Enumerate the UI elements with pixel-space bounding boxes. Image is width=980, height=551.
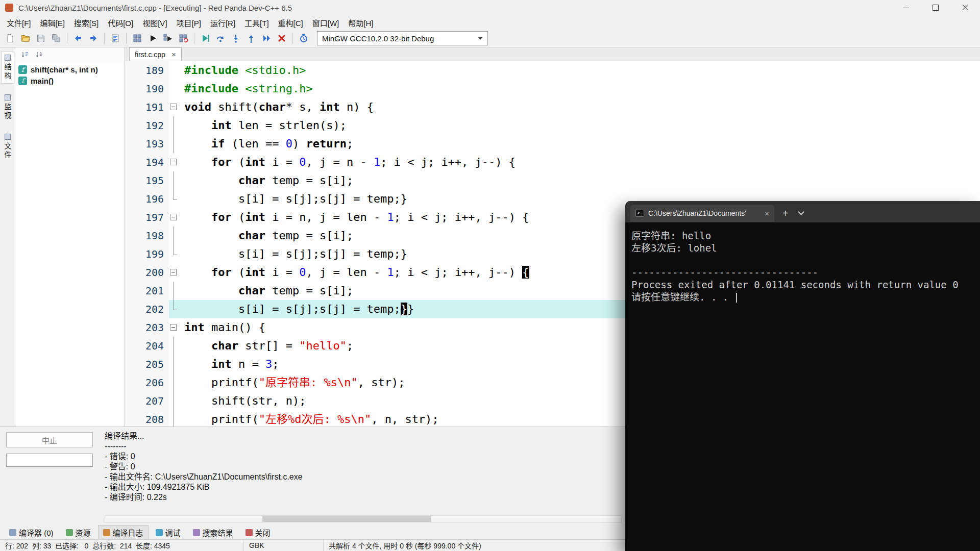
- compiler-set-select[interactable]: MinGW GCC10.2.0 32-bit Debug: [317, 31, 488, 45]
- menu-edit[interactable]: 编辑[E]: [36, 15, 69, 30]
- minimize-button[interactable]: [891, 0, 921, 15]
- code-line[interactable]: 194 for (int i = 0, j = n - 1; i < j; i+…: [125, 153, 980, 171]
- compile-run-button[interactable]: [161, 31, 175, 45]
- horizontal-scrollbar[interactable]: [105, 515, 622, 523]
- menu-tools[interactable]: 工具[T]: [240, 15, 274, 30]
- back-button[interactable]: [71, 31, 85, 45]
- tab-close-panel[interactable]: 关闭: [240, 525, 276, 540]
- new-file-button[interactable]: [3, 31, 17, 45]
- fold-marker[interactable]: [169, 153, 178, 171]
- step-into-button[interactable]: [229, 31, 243, 45]
- code-line[interactable]: 193 if (len == 0) return;: [125, 135, 980, 153]
- terminal-tab-bar: >_ C:\Users\ZhuanZ1\Documents' × +: [625, 201, 980, 222]
- side-tab-files[interactable]: 文件: [2, 131, 14, 162]
- class-browser-item[interactable]: fmain(): [18, 75, 121, 86]
- scrollbar-thumb[interactable]: [262, 516, 431, 522]
- fold-collapse-icon[interactable]: [170, 214, 177, 220]
- terminal-new-tab-button[interactable]: +: [782, 208, 789, 219]
- side-tab-label: 结构: [3, 63, 13, 81]
- line-number: 189: [125, 61, 169, 80]
- terminal-tab[interactable]: >_ C:\Users\ZhuanZ1\Documents' ×: [630, 205, 774, 222]
- code-line[interactable]: 192 int len = strlen(s);: [125, 116, 980, 135]
- line-number: 197: [125, 208, 169, 227]
- step-out-button[interactable]: [244, 31, 258, 45]
- save-button[interactable]: [34, 31, 48, 45]
- menu-run[interactable]: 运行[R]: [206, 15, 240, 30]
- code-line[interactable]: 191void shift(char* s, int n) {: [125, 98, 980, 116]
- window-title: C:\Users\ZhuanZ1\Documents\first.c.cpp -…: [18, 4, 292, 12]
- fold-collapse-icon[interactable]: [170, 104, 177, 110]
- code-text: #include <stdio.h>: [178, 61, 980, 80]
- fold-marker: [169, 116, 178, 135]
- fold-marker: [169, 355, 178, 373]
- fold-marker[interactable]: [169, 98, 178, 116]
- terminal-output[interactable]: 原字符串: hello左移3次后: lohel-----------------…: [625, 222, 980, 303]
- main-toolbar: MinGW GCC10.2.0 32-bit Debug: [0, 30, 980, 47]
- bottom-tab-label: 关闭: [255, 527, 271, 538]
- close-panel-icon: [246, 529, 253, 536]
- menu-help[interactable]: 帮助[H]: [344, 15, 378, 30]
- toolbar-separator: [67, 33, 67, 44]
- menu-view[interactable]: 视图[V]: [138, 15, 172, 30]
- fold-collapse-icon[interactable]: [170, 269, 177, 276]
- class-browser-item[interactable]: fshift(char* s, int n): [18, 64, 121, 75]
- side-tab-structure[interactable]: 结构: [1, 52, 14, 84]
- terminal-cursor: [736, 293, 737, 303]
- profiler-button[interactable]: [297, 31, 311, 45]
- fold-collapse-icon[interactable]: [170, 159, 177, 165]
- stop-execution-button[interactable]: [275, 31, 289, 45]
- run-button[interactable]: [145, 31, 160, 45]
- forward-button[interactable]: [86, 31, 101, 45]
- save-all-button[interactable]: [49, 31, 63, 45]
- fold-marker: [169, 190, 178, 208]
- compile-button[interactable]: [130, 31, 144, 45]
- save-all-icon: [51, 33, 61, 43]
- menu-bar: 文件[F]编辑[E]搜索[S]代码[O]视图[V]项目[P]运行[R]工具[T]…: [0, 15, 980, 30]
- tab-search-results[interactable]: 搜索结果: [188, 525, 238, 540]
- compile-log-icon: [103, 529, 110, 536]
- menu-code[interactable]: 代码[O]: [103, 15, 138, 30]
- line-number: 202: [125, 300, 169, 318]
- continue-button[interactable]: [259, 31, 274, 45]
- close-button[interactable]: [950, 0, 980, 15]
- toolbar-separator: [104, 33, 105, 44]
- fold-marker[interactable]: [169, 263, 178, 282]
- terminal-line: [631, 254, 974, 266]
- compile-run-icon: [163, 33, 173, 43]
- tab-close-icon[interactable]: ×: [172, 50, 176, 59]
- code-line[interactable]: 190#include <string.h>: [125, 80, 980, 98]
- side-tab-strip: 结构监视文件: [0, 47, 15, 427]
- fold-marker: [169, 392, 178, 410]
- tab-resources[interactable]: 资源: [61, 525, 96, 540]
- tab-compile-log[interactable]: 编译日志: [98, 525, 149, 540]
- terminal-tab-close-icon[interactable]: ×: [765, 209, 769, 218]
- code-line[interactable]: 189#include <stdio.h>: [125, 61, 980, 80]
- line-number: 191: [125, 98, 169, 116]
- debug-button[interactable]: [198, 31, 212, 45]
- menu-window[interactable]: 窗口[W]: [308, 15, 344, 30]
- class-browser-panel: fshift(char* s, int n)fmain(): [15, 47, 125, 427]
- tab-compiler[interactable]: 编译器 (0): [4, 525, 59, 540]
- abort-button[interactable]: 中止: [6, 432, 93, 447]
- fold-marker[interactable]: [169, 208, 178, 227]
- rebuild-button[interactable]: [176, 31, 190, 45]
- reformat-button[interactable]: [108, 31, 122, 45]
- menu-refactor[interactable]: 重构[C]: [274, 15, 308, 30]
- fold-marker[interactable]: [169, 318, 178, 337]
- terminal-tab-dropdown-icon[interactable]: [798, 209, 804, 215]
- sort-alpha-button[interactable]: [34, 49, 45, 61]
- sort-by-type-button[interactable]: [19, 49, 31, 61]
- tab-debug[interactable]: 调试: [151, 525, 186, 540]
- side-tab-watch[interactable]: 监视: [2, 92, 14, 123]
- open-file-button[interactable]: [18, 31, 33, 45]
- editor-tab[interactable]: first.c.cpp ×: [129, 47, 182, 61]
- maximize-button[interactable]: [921, 0, 950, 15]
- menu-search[interactable]: 搜索[S]: [69, 15, 103, 30]
- code-line[interactable]: 195 char temp = s[i];: [125, 171, 980, 190]
- line-number: 207: [125, 392, 169, 410]
- step-over-button[interactable]: [213, 31, 228, 45]
- menu-file[interactable]: 文件[F]: [2, 15, 36, 30]
- fold-collapse-icon[interactable]: [170, 324, 177, 331]
- menu-project[interactable]: 项目[P]: [172, 15, 206, 30]
- function-name: shift(char* s, int n): [31, 65, 98, 74]
